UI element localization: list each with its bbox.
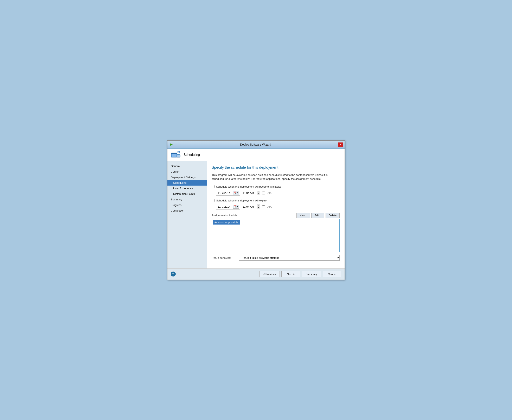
previous-button[interactable]: < Previous	[259, 271, 280, 277]
scheduling-icon: S	[171, 151, 181, 159]
sidebar-item-content[interactable]: Content	[167, 169, 207, 174]
sidebar-item-scheduling[interactable]: Scheduling	[167, 180, 207, 186]
footer-buttons: < Previous Next > Summary Cancel	[259, 271, 341, 277]
content-area: General Content Deployment Settings Sche…	[167, 161, 345, 269]
window-title: Deploy Software Wizard	[173, 143, 338, 146]
svg-rect-4	[177, 155, 180, 157]
expire-label: Schedule when this deployment will expir…	[216, 199, 267, 202]
assignment-label: Assignment schedule:	[212, 214, 238, 217]
sidebar-item-user-experience[interactable]: User Experience	[167, 186, 207, 191]
expire-schedule-row: Schedule when this deployment will expir…	[212, 199, 340, 202]
sidebar-item-distribution-points[interactable]: Distribution Points	[167, 191, 207, 197]
wizard-window: ➤ Deploy Software Wizard ✕ S Scheduling …	[167, 140, 345, 280]
available-calendar-button[interactable]: 📅▾	[233, 191, 239, 195]
assignment-btn-group: New... Edit... Delete	[296, 213, 340, 218]
assignment-item[interactable]: As soon as possible	[213, 220, 240, 225]
available-label: Schedule when this deployment will becom…	[216, 185, 281, 188]
expire-utc-label: UTC	[267, 205, 272, 208]
available-utc-label: UTC	[267, 191, 272, 195]
main-heading: Specify the schedule for this deployment	[212, 165, 340, 170]
cancel-button[interactable]: Cancel	[323, 271, 341, 277]
expire-time-field[interactable]: ▲ ▼	[241, 204, 261, 210]
expire-calendar-button[interactable]: 📅▾	[233, 205, 239, 209]
expire-date-group: 📅▾ ▲ ▼ UTC	[216, 204, 340, 210]
edit-button[interactable]: Edit...	[311, 213, 324, 218]
expire-time-down[interactable]: ▼	[257, 207, 260, 209]
header-area: S Scheduling	[167, 149, 345, 161]
help-button[interactable]: ?	[171, 271, 176, 277]
header-title: Scheduling	[184, 153, 200, 157]
available-schedule-row: Schedule when this deployment will becom…	[212, 185, 340, 188]
expire-utc-checkbox[interactable]	[262, 205, 265, 208]
available-time-down[interactable]: ▼	[257, 193, 260, 195]
new-button[interactable]: New...	[296, 213, 310, 218]
delete-button[interactable]: Delete	[326, 213, 340, 218]
available-time-spinner[interactable]: ▲ ▼	[257, 191, 260, 195]
available-time-up[interactable]: ▲	[257, 191, 260, 193]
sidebar-item-deployment-settings[interactable]: Deployment Settings	[167, 174, 207, 180]
sidebar-item-general[interactable]: General	[167, 163, 207, 169]
available-date-group: 📅▾ ▲ ▼ UTC	[216, 190, 340, 196]
next-button[interactable]: Next >	[281, 271, 300, 277]
rerun-label: Rerun behavior:	[212, 256, 236, 259]
main-panel: Specify the schedule for this deployment…	[207, 161, 345, 269]
summary-button[interactable]: Summary	[302, 271, 321, 277]
sidebar-item-completion[interactable]: Completion	[167, 208, 207, 213]
available-time-input[interactable]	[243, 191, 256, 195]
sidebar: General Content Deployment Settings Sche…	[167, 161, 207, 269]
expire-checkbox[interactable]	[212, 199, 215, 202]
sidebar-item-progress[interactable]: Progress	[167, 202, 207, 208]
svg-text:S: S	[178, 151, 179, 153]
expire-date-field[interactable]: 📅▾	[216, 204, 240, 210]
available-date-input[interactable]	[217, 191, 232, 195]
assignment-list[interactable]: As soon as possible	[212, 219, 340, 252]
assignment-header: Assignment schedule: New... Edit... Dele…	[212, 213, 340, 218]
green-arrow-icon: ➤	[169, 142, 173, 147]
footer-area: ? < Previous Next > Summary Cancel	[167, 269, 345, 280]
expire-time-up[interactable]: ▲	[257, 205, 260, 207]
description-text: This program will be available as soon a…	[212, 173, 340, 181]
close-button[interactable]: ✕	[338, 142, 343, 147]
expire-time-spinner[interactable]: ▲ ▼	[257, 204, 260, 209]
expire-time-input[interactable]	[243, 205, 256, 208]
svg-rect-2	[171, 153, 177, 154]
rerun-row: Rerun behavior: Rerun if failed previous…	[212, 255, 340, 261]
available-date-field[interactable]: 📅▾	[216, 190, 240, 196]
expire-date-input[interactable]	[217, 205, 232, 208]
available-checkbox[interactable]	[212, 185, 215, 188]
footer-left: ?	[171, 271, 176, 277]
available-time-field[interactable]: ▲ ▼	[241, 190, 261, 196]
svg-rect-1	[171, 154, 177, 157]
titlebar: ➤ Deploy Software Wizard ✕	[167, 141, 345, 149]
sidebar-item-summary[interactable]: Summary	[167, 197, 207, 202]
rerun-select[interactable]: Rerun if failed previous attempt	[239, 255, 340, 261]
available-utc-checkbox[interactable]	[262, 192, 265, 195]
